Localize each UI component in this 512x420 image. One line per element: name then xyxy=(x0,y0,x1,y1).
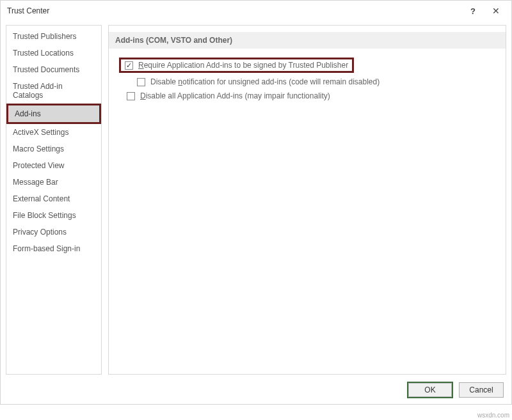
sidebar-item-trusted-documents[interactable]: Trusted Documents xyxy=(6,61,101,78)
button-label: OK xyxy=(424,385,435,394)
sidebar-item-macro-settings[interactable]: Macro Settings xyxy=(6,141,101,157)
sidebar-item-label: Privacy Options xyxy=(13,228,67,237)
option-disable-notification[interactable]: Disable notification for unsigned add-in… xyxy=(132,75,498,88)
close-button[interactable]: ✕ xyxy=(484,2,508,20)
sidebar-item-addins[interactable]: Add-ins xyxy=(6,104,101,124)
sidebar-item-message-bar[interactable]: Message Bar xyxy=(6,174,101,191)
close-icon: ✕ xyxy=(492,6,500,16)
dialog-footer: OK Cancel xyxy=(1,378,511,404)
trust-center-dialog: Trust Center ? ✕ Trusted Publishers Trus… xyxy=(0,0,512,405)
checkbox-icon[interactable] xyxy=(137,78,145,86)
button-label: Cancel xyxy=(469,385,493,394)
sidebar-item-activex-settings[interactable]: ActiveX Settings xyxy=(6,124,101,141)
sidebar-item-label: Trusted Documents xyxy=(13,65,79,74)
sidebar-item-label: Macro Settings xyxy=(13,144,64,153)
sidebar-item-label: Trusted Add-in Catalogs xyxy=(13,82,63,100)
sidebar-item-label: ActiveX Settings xyxy=(13,128,68,137)
dialog-content: Trusted Publishers Trusted Locations Tru… xyxy=(1,21,511,378)
sidebar-item-external-content[interactable]: External Content xyxy=(6,191,101,207)
sidebar-item-label: Form-based Sign-in xyxy=(13,244,80,253)
sidebar-item-label: Trusted Publishers xyxy=(13,32,77,41)
sidebar: Trusted Publishers Trusted Locations Tru… xyxy=(6,25,102,375)
sidebar-item-label: Protected View xyxy=(13,161,65,170)
sidebar-item-trusted-locations[interactable]: Trusted Locations xyxy=(6,45,101,61)
sidebar-item-file-block-settings[interactable]: File Block Settings xyxy=(6,207,101,224)
sidebar-item-label: File Block Settings xyxy=(13,211,76,220)
section-header: Add-ins (COM, VSTO and Other) xyxy=(109,32,506,49)
option-label: Disable all Application Add-ins (may imp… xyxy=(140,91,330,100)
checkbox-icon[interactable] xyxy=(127,92,135,100)
sidebar-item-protected-view[interactable]: Protected View xyxy=(6,157,101,174)
help-button[interactable]: ? xyxy=(461,2,484,20)
option-disable-all[interactable]: Disable all Application Add-ins (may imp… xyxy=(122,89,498,102)
sidebar-item-label: Trusted Locations xyxy=(13,49,74,58)
watermark: wsxdn.com xyxy=(477,412,509,419)
sidebar-item-privacy-options[interactable]: Privacy Options xyxy=(6,224,101,240)
dialog-title: Trust Center xyxy=(7,6,49,15)
help-icon: ? xyxy=(470,6,476,16)
sidebar-item-form-based-signin[interactable]: Form-based Sign-in xyxy=(6,240,101,257)
sidebar-item-label: Add-ins xyxy=(15,109,41,118)
sidebar-item-trusted-publishers[interactable]: Trusted Publishers xyxy=(6,28,101,45)
titlebar: Trust Center ? ✕ xyxy=(1,1,511,21)
option-require-signed[interactable]: Require Application Add-ins to be signed… xyxy=(119,58,354,73)
sidebar-item-label: Message Bar xyxy=(13,178,58,187)
sidebar-item-trusted-addin-catalogs[interactable]: Trusted Add-in Catalogs xyxy=(6,78,101,104)
cancel-button[interactable]: Cancel xyxy=(459,382,504,398)
option-label: Require Application Add-ins to be signed… xyxy=(138,61,348,70)
option-label: Disable notification for unsigned add-in… xyxy=(150,77,380,86)
settings-pane: Add-ins (COM, VSTO and Other) Require Ap… xyxy=(108,25,506,375)
sidebar-item-label: External Content xyxy=(13,194,70,203)
checkbox-icon[interactable] xyxy=(125,61,133,70)
ok-button[interactable]: OK xyxy=(408,382,452,398)
